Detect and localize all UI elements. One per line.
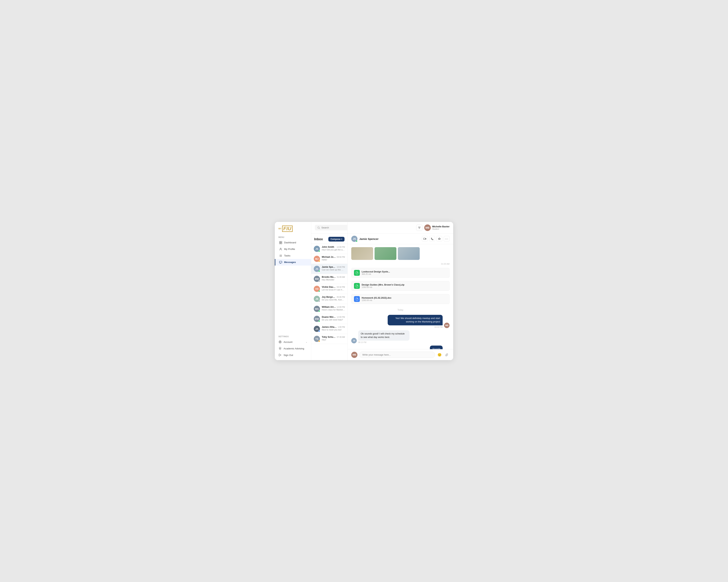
message-preview: Can we meet up this week to work on the … bbox=[322, 269, 345, 271]
sidebar-item-signout[interactable]: Sign Out bbox=[275, 352, 311, 358]
file-attachment-1[interactable]: Lookscout Design Syste... 368.25 mb bbox=[351, 268, 449, 278]
message-content: Vickie Daugherty 04:32 PM Let me know if… bbox=[322, 286, 345, 291]
dashboard-icon bbox=[279, 241, 282, 244]
message-content: Brooks Malone 01:00 AM Hey Michelle! bbox=[322, 276, 345, 281]
chat-bubble-2: Sounds good! bbox=[430, 345, 443, 349]
svg-point-13 bbox=[280, 341, 281, 342]
sidebar-item-account[interactable]: Account ⌄ bbox=[275, 339, 311, 345]
message-item[interactable]: JA James Alhanti 1:00 PM Nice to meet yo… bbox=[311, 324, 347, 334]
logo: MY FIU bbox=[275, 222, 311, 234]
chat-header: JS Jamie Spencer bbox=[347, 233, 453, 244]
svg-rect-22 bbox=[423, 238, 425, 240]
search-input[interactable] bbox=[321, 226, 352, 229]
tasks-icon bbox=[279, 254, 282, 257]
emoji-button[interactable]: 🙂 bbox=[437, 352, 442, 358]
file-icon-2 bbox=[354, 283, 360, 289]
filter-button[interactable] bbox=[416, 225, 422, 231]
messages-label: Messages bbox=[284, 261, 296, 264]
message-content: Jamie Spencer 10:00 PM Can we meet up th… bbox=[322, 266, 345, 271]
message-time: 08:56 PM bbox=[337, 256, 345, 258]
message-preview: Let me know if I can help bbox=[322, 288, 345, 291]
file-attachment-2[interactable]: Design Guides (Mrs. Brown's Class).zip 1… bbox=[351, 281, 449, 291]
status-dot bbox=[318, 330, 320, 332]
dashboard-label: Dashboard bbox=[284, 241, 296, 244]
contact-avatar-wrap: JS bbox=[351, 236, 358, 242]
message-preview: Do you still need help? bbox=[322, 318, 345, 321]
settings-section: SETTINGS Account ⌄ bbox=[275, 333, 311, 360]
chat-input[interactable] bbox=[359, 352, 435, 358]
message-avatar-wrap: MJ bbox=[314, 256, 320, 262]
status-dot bbox=[318, 250, 320, 252]
image-thumb-1 bbox=[351, 247, 373, 260]
message-content: Duane Weimann 12:00 PM Do you still need… bbox=[322, 316, 345, 321]
bubble-time-1: 08:15 PM bbox=[358, 341, 437, 343]
message-time: 12:00 PM bbox=[337, 316, 345, 318]
advising-icon bbox=[279, 347, 282, 350]
user-name: Michelle Baxter bbox=[432, 225, 449, 228]
message-preview: Hey Michelle! bbox=[322, 279, 345, 281]
video-button[interactable] bbox=[422, 236, 428, 242]
message-item[interactable]: MJ Michael Jones 08:56 PM Hello! bbox=[311, 254, 347, 264]
message-item[interactable]: JS Jamie Spencer 10:00 PM Can we meet up… bbox=[311, 264, 347, 274]
message-top: Michael Jones 08:56 PM bbox=[322, 256, 345, 258]
message-item[interactable]: DW Duane Weimann 12:00 PM Do you still n… bbox=[311, 314, 347, 324]
bubble-outer-2: Sounds good! 08:40 PM bbox=[423, 345, 443, 349]
message-avatar-wrap: BM bbox=[314, 276, 320, 282]
message-item[interactable]: JB Joy Bergnaum 05:06 PM Do you need Ms.… bbox=[311, 294, 347, 304]
day-divider: Today bbox=[351, 309, 449, 311]
inbox-panel: Inbox Compose + JS John Smith 12:00 PM H… bbox=[311, 222, 347, 360]
sidebar-item-dashboard[interactable]: Dashboard bbox=[275, 239, 311, 246]
status-dot bbox=[318, 290, 320, 292]
compose-button[interactable]: Compose + bbox=[328, 237, 344, 242]
message-item[interactable]: VD Vickie Daugherty 04:32 PM Let me know… bbox=[311, 284, 347, 294]
image-thumb-2 bbox=[374, 247, 396, 260]
svg-rect-1 bbox=[281, 241, 282, 243]
logo-fiu: FIU bbox=[282, 225, 293, 232]
contact-name: Jamie Spencer bbox=[359, 237, 379, 241]
message-name: Toby Schuppe bbox=[322, 336, 336, 338]
file-name-2: Design Guides (Mrs. Brown's Class).zip bbox=[362, 283, 405, 286]
message-item[interactable]: BM Brooks Malone 01:00 AM Hey Michelle! bbox=[311, 274, 347, 284]
image-thumb-3 bbox=[398, 247, 420, 260]
message-preview: Nice to meet you too! bbox=[322, 329, 345, 331]
status-dot bbox=[318, 280, 320, 282]
message-time: 04:32 PM bbox=[337, 286, 345, 288]
attach-button[interactable] bbox=[444, 352, 449, 358]
message-time: 1:00 PM bbox=[338, 326, 345, 328]
chat-actions: ··· bbox=[422, 236, 449, 242]
status-dot bbox=[318, 270, 320, 272]
sidebar-item-tasks[interactable]: Tasks bbox=[275, 252, 311, 259]
sidebar-item-myprofile[interactable]: My Profile bbox=[275, 246, 311, 252]
menu-label: MENU bbox=[275, 234, 311, 239]
message-preview: Do you need Ms. Keneally's email? bbox=[322, 299, 345, 301]
call-button[interactable] bbox=[429, 236, 435, 242]
status-dot bbox=[318, 260, 320, 262]
message-item[interactable]: TS Toby Schuppe 07:30 AM Hey! bbox=[311, 334, 347, 344]
message-name: Duane Weimann bbox=[322, 316, 336, 318]
sidebar-item-academic-advising[interactable]: Academic Advising bbox=[275, 345, 311, 352]
message-name: James Alhanti bbox=[322, 326, 337, 328]
account-label: Account bbox=[284, 341, 292, 343]
messages-icon bbox=[279, 260, 282, 264]
bubble-outer-0: Yes! We should definitely meetup and sta… bbox=[358, 315, 443, 328]
account-icon bbox=[279, 340, 282, 343]
message-item[interactable]: JS John Smith 12:00 PM Hey! Did you get … bbox=[311, 244, 347, 254]
star-button[interactable] bbox=[437, 236, 442, 242]
account-chevron-icon: ⌄ bbox=[306, 341, 307, 343]
attachments-time: 01:00 AM bbox=[351, 263, 449, 265]
svg-rect-11 bbox=[279, 261, 282, 263]
message-content: Joy Bergnaum 05:06 PM Do you need Ms. Ke… bbox=[322, 296, 345, 301]
sidebar-item-messages[interactable]: Messages bbox=[275, 259, 311, 266]
file-name-1: Lookscout Design Syste... bbox=[362, 271, 390, 273]
sidebar: MY FIU MENU Dashboard bbox=[275, 222, 311, 360]
message-preview: How's class for Marketing? bbox=[322, 309, 345, 311]
file-attachment-3[interactable]: Homework (01.02.2022).doc 1260.69 mb bbox=[351, 294, 449, 304]
svg-point-9 bbox=[280, 255, 280, 256]
message-time: 05:06 PM bbox=[337, 296, 345, 298]
message-avatar-wrap: WA bbox=[314, 306, 320, 312]
chat-topbar: MB Michelle Baxter Student bbox=[347, 222, 453, 233]
more-button[interactable]: ··· bbox=[444, 236, 449, 242]
inbox-title: Inbox bbox=[314, 237, 323, 241]
message-item[interactable]: WA William Arthur 12:00 PM How's class f… bbox=[311, 304, 347, 314]
search-icon bbox=[317, 226, 320, 229]
